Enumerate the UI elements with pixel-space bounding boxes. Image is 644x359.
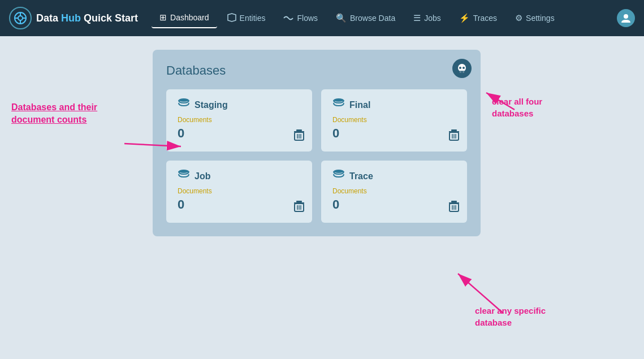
- jobs-icon: ☰: [413, 13, 421, 23]
- flows-icon: [283, 14, 293, 23]
- trace-docs-count: 0: [332, 197, 456, 212]
- entities-icon: [227, 13, 236, 24]
- svg-rect-13: [463, 71, 464, 73]
- databases-section: Databases: [153, 50, 481, 236]
- nav-flows[interactable]: Flows: [275, 9, 326, 28]
- clear-all-button[interactable]: [452, 59, 472, 78]
- svg-point-1: [18, 16, 23, 20]
- final-docs-count: 0: [332, 126, 456, 141]
- staging-clear-button[interactable]: [294, 129, 304, 144]
- final-clear-button[interactable]: [449, 129, 459, 144]
- svg-rect-37: [451, 201, 457, 202]
- db-stack-icon: [178, 98, 190, 111]
- db-stack-icon-4: [332, 170, 345, 183]
- svg-rect-23: [451, 129, 457, 131]
- job-docs-count: 0: [178, 197, 301, 212]
- nav-entities[interactable]: Entities: [219, 8, 274, 28]
- nav-settings[interactable]: ⚙ Settings: [507, 8, 563, 28]
- databases-title: Databases: [166, 63, 467, 78]
- svg-point-35: [334, 170, 344, 173]
- job-clear-button[interactable]: [294, 201, 304, 215]
- annotation-right-bottom: clear any specific database: [475, 305, 546, 328]
- db-card-staging: Staging Documents 0: [166, 89, 312, 152]
- app-title: Data Hub Quick Start: [36, 12, 138, 24]
- nav-dashboard[interactable]: ⊞ Dashboard: [152, 8, 217, 28]
- svg-rect-30: [296, 201, 302, 202]
- app-logo: [9, 7, 32, 29]
- nav-items: ⊞ Dashboard Entities Flows 🔍 Browse Data…: [152, 8, 612, 28]
- final-db-name: Final: [349, 100, 370, 110]
- svg-point-11: [463, 67, 465, 69]
- svg-point-28: [179, 170, 189, 173]
- svg-rect-12: [461, 71, 462, 73]
- db-stack-icon-3: [178, 170, 190, 183]
- content-wrapper: Databases and their document counts Data…: [0, 36, 644, 359]
- dashboard-icon: ⊞: [159, 12, 167, 23]
- navbar: Data Hub Quick Start ⊞ Dashboard Entitie…: [0, 0, 644, 36]
- db-card-trace: Trace Documents 0: [321, 161, 467, 223]
- svg-point-14: [179, 98, 189, 102]
- trace-clear-button[interactable]: [449, 201, 459, 215]
- svg-point-6: [624, 14, 628, 19]
- db-stack-icon-2: [332, 98, 345, 111]
- browse-data-icon: 🔍: [336, 13, 347, 23]
- db-grid: Staging Documents 0: [166, 89, 467, 223]
- annotation-right-top: clear all four databases: [492, 96, 542, 119]
- svg-point-21: [334, 98, 344, 102]
- settings-icon: ⚙: [515, 13, 522, 23]
- annotation-left: Databases and their document counts: [11, 101, 124, 127]
- final-docs-label: Documents: [332, 116, 456, 124]
- svg-rect-9: [460, 71, 464, 73]
- trace-docs-label: Documents: [332, 187, 456, 195]
- staging-db-name: Staging: [195, 100, 228, 110]
- nav-browse-data[interactable]: 🔍 Browse Data: [328, 8, 403, 28]
- trace-db-name: Trace: [349, 171, 373, 181]
- job-docs-label: Documents: [178, 187, 301, 195]
- svg-rect-16: [296, 129, 302, 131]
- svg-point-10: [459, 67, 461, 69]
- traces-icon: ⚡: [459, 13, 470, 23]
- staging-docs-label: Documents: [178, 116, 301, 124]
- job-db-name: Job: [195, 171, 210, 181]
- user-avatar[interactable]: [617, 9, 635, 27]
- db-card-job: Job Documents 0: [166, 161, 312, 223]
- db-card-final: Final Documents 0: [321, 89, 467, 152]
- databases-panel: Databases: [153, 50, 481, 236]
- nav-jobs[interactable]: ☰ Jobs: [405, 8, 449, 28]
- staging-docs-count: 0: [178, 126, 301, 141]
- nav-traces[interactable]: ⚡ Traces: [451, 8, 505, 28]
